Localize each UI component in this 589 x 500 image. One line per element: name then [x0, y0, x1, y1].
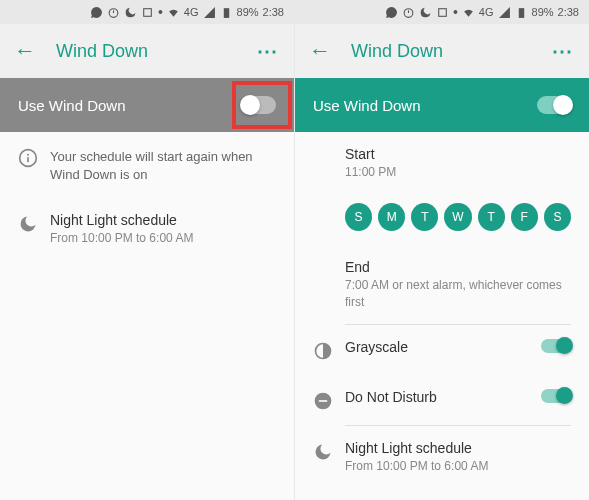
info-text: Your schedule will start again when Wind…	[50, 148, 276, 184]
day-sat[interactable]: S	[544, 203, 571, 231]
day-thu[interactable]: T	[478, 203, 505, 231]
end-sub: 7:00 AM or next alarm, whichever comes f…	[345, 277, 571, 311]
svg-rect-8	[518, 8, 523, 18]
phone-right: • 4G 89% 2:38 ← Wind Down ⋮ Use Wind Dow…	[295, 0, 589, 500]
day-tue[interactable]: T	[411, 203, 438, 231]
night-light-sub: From 10:00 PM to 6:00 AM	[50, 230, 276, 247]
night-light-row[interactable]: Night Light schedule From 10:00 PM to 6:…	[0, 198, 294, 261]
signal-icon	[498, 6, 511, 19]
stopwatch-icon	[402, 6, 415, 19]
start-title: Start	[345, 146, 571, 162]
page-title: Wind Down	[351, 41, 551, 62]
whatsapp-icon	[90, 6, 103, 19]
network-label: 4G	[184, 6, 199, 18]
time-label: 2:38	[263, 6, 284, 18]
day-fri[interactable]: F	[511, 203, 538, 231]
moon-icon	[18, 212, 50, 234]
day-mon[interactable]: M	[378, 203, 405, 231]
phone-left: • 4G 89% 2:38 ← Wind Down ⋮ Use Wind Dow…	[0, 0, 294, 500]
battery-icon	[515, 6, 528, 19]
dot-icon: •	[158, 4, 163, 20]
end-row[interactable]: End 7:00 AM or next alarm, whichever com…	[295, 245, 589, 325]
end-title: End	[345, 259, 571, 275]
signal-icon	[203, 6, 216, 19]
whatsapp-icon	[385, 6, 398, 19]
night-light-row[interactable]: Night Light schedule From 10:00 PM to 6:…	[295, 426, 589, 489]
dot-icon: •	[453, 4, 458, 20]
grayscale-toggle[interactable]	[541, 339, 571, 353]
status-bar: • 4G 89% 2:38	[0, 0, 294, 24]
grayscale-title: Grayscale	[345, 339, 533, 355]
time-label: 2:38	[558, 6, 579, 18]
dnd-toggle[interactable]	[541, 389, 571, 403]
grayscale-icon	[313, 339, 345, 361]
grayscale-row[interactable]: Grayscale	[295, 325, 589, 375]
wifi-icon	[462, 6, 475, 19]
moon-icon	[419, 6, 432, 19]
wifi-icon	[167, 6, 180, 19]
moon-icon	[124, 6, 137, 19]
status-bar: • 4G 89% 2:38	[295, 0, 589, 24]
svg-point-4	[27, 154, 29, 156]
battery-label: 89%	[532, 6, 554, 18]
use-wind-down-row[interactable]: Use Wind Down	[0, 78, 294, 132]
info-icon	[18, 146, 50, 168]
info-row: Your schedule will start again when Wind…	[0, 132, 294, 198]
battery-label: 89%	[237, 6, 259, 18]
network-label: 4G	[479, 6, 494, 18]
wind-down-toggle[interactable]	[537, 96, 571, 114]
overflow-menu-button[interactable]: ⋮	[256, 42, 280, 60]
square-icon	[141, 6, 154, 19]
svg-rect-2	[223, 8, 228, 18]
app-bar: ← Wind Down ⋮	[0, 24, 294, 78]
start-row[interactable]: Start 11:00 PM	[295, 132, 589, 195]
use-wind-down-label: Use Wind Down	[18, 97, 242, 114]
overflow-menu-button[interactable]: ⋮	[551, 42, 575, 60]
day-wed[interactable]: W	[444, 203, 471, 231]
night-light-sub: From 10:00 PM to 6:00 AM	[345, 458, 571, 475]
square-icon	[436, 6, 449, 19]
wind-down-toggle[interactable]	[242, 96, 276, 114]
start-sub: 11:00 PM	[345, 164, 571, 181]
svg-rect-1	[144, 8, 152, 16]
night-light-title: Night Light schedule	[345, 440, 571, 456]
svg-rect-11	[319, 401, 327, 403]
back-button[interactable]: ←	[14, 38, 36, 64]
svg-rect-7	[439, 8, 447, 16]
svg-rect-5	[27, 157, 29, 162]
dnd-title: Do Not Disturb	[345, 389, 533, 405]
days-row: S M T W T F S	[295, 195, 589, 245]
back-button[interactable]: ←	[309, 38, 331, 64]
battery-icon	[220, 6, 233, 19]
moon-icon	[313, 440, 345, 462]
day-sun[interactable]: S	[345, 203, 372, 231]
use-wind-down-row[interactable]: Use Wind Down	[295, 78, 589, 132]
use-wind-down-label: Use Wind Down	[313, 97, 537, 114]
dnd-row[interactable]: Do Not Disturb	[295, 375, 589, 425]
night-light-title: Night Light schedule	[50, 212, 276, 228]
page-title: Wind Down	[56, 41, 256, 62]
app-bar: ← Wind Down ⋮	[295, 24, 589, 78]
dnd-icon	[313, 389, 345, 411]
stopwatch-icon	[107, 6, 120, 19]
